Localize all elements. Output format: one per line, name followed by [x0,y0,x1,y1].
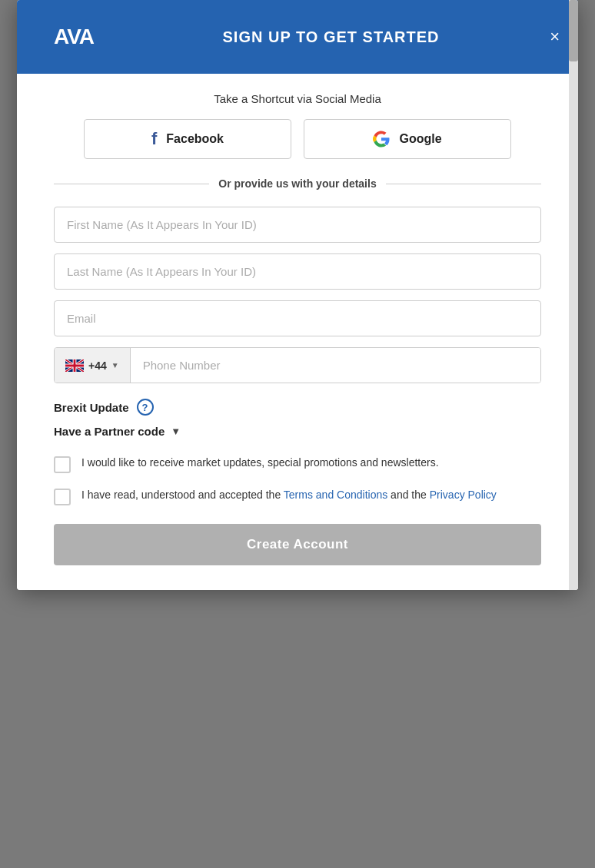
google-icon [373,131,390,147]
divider-line-right [386,184,541,184]
terms-checkbox-label: I have read, understood and accepted the… [81,487,497,503]
first-name-group [54,207,541,243]
facebook-label: Facebook [166,132,224,146]
signup-modal: AVA SIGN UP TO GET STARTED × Take a Shor… [17,0,578,590]
social-buttons: f Facebook Google [54,119,541,159]
facebook-button[interactable]: f Facebook [84,119,291,159]
last-name-group [54,253,541,290]
email-group [54,300,541,336]
last-name-input[interactable] [54,253,541,290]
divider-row: Or provide us with your details [54,177,541,190]
close-button[interactable]: × [550,28,560,45]
info-icon: ? [142,402,148,413]
terms-checkbox-row: I have read, understood and accepted the… [54,487,541,505]
logo-area: AVA [35,12,112,61]
partner-chevron-icon: ▼ [171,426,181,437]
first-name-input[interactable] [54,207,541,243]
modal-title: SIGN UP TO GET STARTED [112,28,550,46]
ava-logo: AVA [54,25,94,49]
phone-prefix-selector[interactable]: +44 ▼ [55,348,131,383]
brexit-label: Brexit Update [54,401,129,414]
brexit-info-button[interactable]: ? [137,399,154,416]
newsletter-checkbox[interactable] [54,456,71,473]
newsletter-checkbox-label: I would like to receive market updates, … [81,455,439,471]
partner-code-row[interactable]: Have a Partner code ▼ [54,425,541,438]
modal-overlay: AVA SIGN UP TO GET STARTED × Take a Shor… [0,0,595,868]
newsletter-checkbox-row: I would like to receive market updates, … [54,455,541,473]
phone-number-input[interactable] [131,348,540,383]
terms-checkbox[interactable] [54,489,71,505]
modal-body: Take a Shortcut via Social Media f Faceb… [17,74,578,590]
uk-flag-icon [65,359,84,372]
scrollbar-track[interactable] [569,0,578,590]
create-account-button[interactable]: Create Account [54,524,541,565]
divider-line-left [54,184,209,184]
facebook-icon: f [151,129,157,149]
terms-mid-text: and the [387,489,430,501]
brexit-update-row: Brexit Update ? [54,399,541,416]
google-label: Google [399,132,441,146]
divider-text: Or provide us with your details [218,177,376,190]
phone-row: +44 ▼ [54,347,541,383]
social-subtitle: Take a Shortcut via Social Media [54,92,541,105]
partner-label: Have a Partner code [54,425,165,438]
google-button[interactable]: Google [304,119,511,159]
modal-header: AVA SIGN UP TO GET STARTED × [17,0,578,74]
privacy-link[interactable]: Privacy Policy [430,489,497,501]
terms-link[interactable]: Terms and Conditions [284,489,387,501]
phone-country-code: +44 [88,359,107,372]
terms-pre-text: I have read, understood and accepted the [81,489,284,501]
phone-prefix-chevron-icon: ▼ [111,361,119,369]
email-input[interactable] [54,300,541,336]
scrollbar-thumb[interactable] [569,0,578,61]
